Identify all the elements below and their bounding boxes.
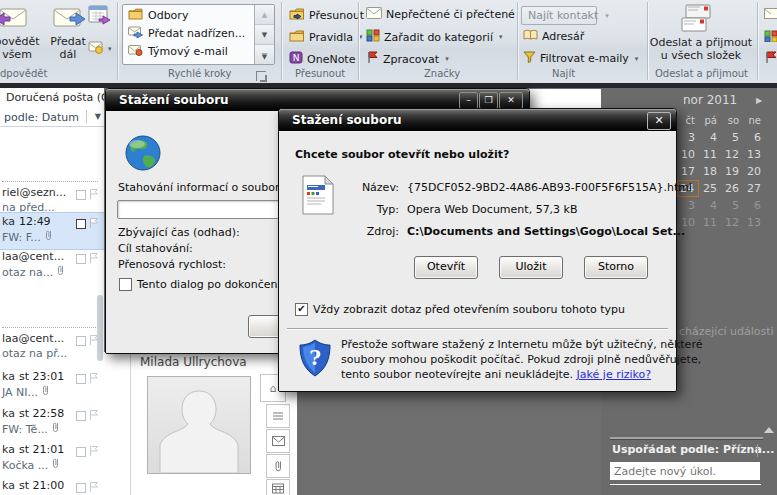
quick-step-tymovy-email[interactable]: Týmový e-mail	[128, 44, 228, 59]
people-pane-tab-all-items[interactable]	[266, 404, 290, 428]
group-label-find: Najít	[552, 68, 575, 79]
email-checkbox[interactable]	[76, 336, 86, 346]
email-list-item[interactable]: kast 23:01 JA NI...	[0, 368, 104, 404]
calendar-day[interactable]: 25	[699, 180, 721, 197]
flag-icon[interactable]	[88, 372, 100, 384]
calendar-day[interactable]: 13	[743, 146, 765, 163]
calendar-day[interactable]: 6	[743, 129, 765, 146]
onenote-button[interactable]: N OneNote	[289, 51, 355, 67]
calendar-day-next-month[interactable]: 5	[721, 197, 743, 214]
arrange-divider	[757, 444, 758, 457]
calendar-day-next-month[interactable]: 12	[721, 214, 743, 231]
flag-icon[interactable]	[88, 481, 100, 493]
reply-all-icon[interactable]	[0, 5, 28, 32]
calendar-day-next-month[interactable]: 6	[743, 197, 765, 214]
calendar-day[interactable]: 19	[721, 163, 743, 180]
maximize-button[interactable]: ❒	[479, 92, 498, 109]
people-pane-tab-attachments[interactable]	[266, 454, 290, 478]
minimize-button[interactable]: –	[459, 92, 478, 109]
address-book-label: Adresář	[542, 30, 584, 43]
send-receive-icon[interactable]	[676, 3, 714, 38]
people-pane-tab-meetings[interactable]	[266, 479, 290, 495]
quick-step-predat-nadrizenemu[interactable]: Předat nadřízen...	[128, 26, 245, 41]
arrange-by-header[interactable]: Uspořádat podle: Přízna...	[612, 443, 774, 456]
calendar-day[interactable]: 18	[699, 163, 721, 180]
search-inbox-box[interactable]: Doručená pošta (C	[0, 88, 104, 108]
sort-direction-icon[interactable]: ▼	[95, 112, 101, 121]
gallery-expand-button[interactable]: —▼	[255, 45, 274, 64]
follow-up-button[interactable]: Zpracovat▾	[366, 51, 449, 67]
calendar-day[interactable]: 17	[677, 163, 699, 180]
email-list-item-selected[interactable]: ka12:49 FW: F...	[0, 212, 104, 250]
close-when-done-checkbox[interactable]	[119, 278, 132, 291]
calendar-day-next-month[interactable]: 11	[699, 214, 721, 231]
flag-icon[interactable]	[88, 217, 100, 229]
scroll-down-button[interactable]: ▼	[255, 25, 274, 45]
email-checkbox[interactable]	[76, 447, 86, 457]
forward-button[interactable]: Předat dál	[42, 35, 94, 61]
dropdown-caret-icon[interactable]: ▾	[108, 45, 112, 53]
calendar-next-icon[interactable]: ▶	[756, 96, 762, 105]
flag-icon[interactable]	[88, 445, 100, 457]
more-respond-icon[interactable]	[88, 40, 104, 57]
calendar-day[interactable]: 20	[743, 163, 765, 180]
email-checkbox[interactable]	[76, 190, 86, 200]
unread-read-button[interactable]: Nepřečtené či přečtené	[366, 7, 515, 22]
calendar-day[interactable]: 12	[721, 146, 743, 163]
always-ask-checkbox[interactable]: ✔	[295, 303, 308, 316]
forward-icon[interactable]	[52, 5, 86, 32]
scroll-up-button[interactable]: ▲	[255, 5, 274, 25]
message-list-scrollbar-thumb[interactable]	[97, 295, 103, 361]
email-checkbox[interactable]	[76, 483, 86, 493]
email-list-item[interactable]: laa@cent... otaz na...	[0, 248, 104, 284]
flag-icon[interactable]	[88, 188, 100, 200]
forward-label-1: Předat	[42, 35, 94, 48]
rules-button[interactable]: Pravidla▾	[289, 29, 363, 45]
flag-icon[interactable]	[88, 409, 100, 421]
sort-bar[interactable]: podle: Datum ▼	[0, 108, 104, 127]
search-box-fragment[interactable]	[520, 89, 601, 109]
people-pane-tab-mail[interactable]	[266, 429, 290, 453]
meeting-icon[interactable]	[88, 4, 112, 29]
calendar-day-next-month[interactable]: 4	[699, 197, 721, 214]
open-button[interactable]: Otevřít	[414, 256, 478, 279]
email-list-item[interactable]: kast 22:58 FW: Tě...	[0, 405, 104, 441]
risk-link[interactable]: Jaké je riziko?	[577, 368, 652, 381]
save-button[interactable]: Uložit	[499, 256, 563, 279]
email-checkbox[interactable]	[76, 374, 86, 384]
calendar-day[interactable]: 11	[699, 146, 721, 163]
calendar-day-next-month[interactable]: 13	[743, 214, 765, 231]
dialog-title-bar[interactable]: Stažení souboru ✕	[279, 109, 676, 131]
email-sender: riel@sezn...	[2, 186, 66, 199]
email-list-item[interactable]: laa@cent... otaz na př...	[0, 330, 104, 366]
close-button[interactable]: ✕	[647, 112, 671, 130]
email-list-item[interactable]: kast 21:00	[0, 477, 104, 495]
calendar-day[interactable]: 3	[677, 129, 699, 146]
filter-email-button[interactable]: Filtrovat e-maily▾	[523, 51, 638, 66]
calendar-day[interactable]: 5	[721, 129, 743, 146]
close-button[interactable]: ✕	[499, 92, 523, 109]
categorize-button[interactable]: Zařadit do kategorií▾	[366, 29, 502, 45]
move-button[interactable]: Přesunout▾	[289, 7, 374, 23]
email-list-item[interactable]: kast 21:01 Kočka ...	[0, 441, 104, 477]
find-contact-combo[interactable]: Najít kontakt▾	[521, 6, 597, 25]
email-checkbox[interactable]	[76, 411, 86, 421]
task-splitter[interactable]	[610, 437, 763, 440]
new-task-input[interactable]	[610, 462, 760, 480]
quick-step-odbory[interactable]: Odbory	[128, 8, 188, 23]
calendar-day[interactable]: 4	[699, 129, 721, 146]
calendar-day[interactable]: 10	[677, 146, 699, 163]
send-receive-button[interactable]: Odeslat a přijmout u všech složek	[648, 36, 754, 62]
email-checkbox[interactable]	[76, 254, 86, 264]
reply-all-button[interactable]: povědět všem	[0, 35, 48, 61]
todo-scroll-up-icon[interactable]	[764, 427, 774, 433]
calendar-day-next-month[interactable]: 3	[677, 197, 699, 214]
flag-icon[interactable]	[88, 252, 100, 264]
calendar-day[interactable]: 27	[743, 180, 765, 197]
calendar-day[interactable]: 26	[721, 180, 743, 197]
quick-steps-dialog-launcher-icon[interactable]	[256, 71, 266, 81]
address-book-button[interactable]: Adresář	[523, 29, 584, 44]
cancel-button[interactable]: Storno	[584, 256, 648, 279]
email-checkbox[interactable]	[76, 219, 86, 229]
dialog-separator	[287, 328, 668, 330]
